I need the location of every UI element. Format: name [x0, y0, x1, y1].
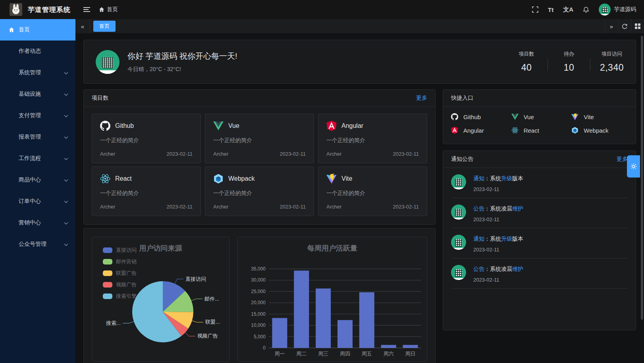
sidebar-item-5[interactable]: 报表管理: [0, 126, 75, 148]
vue-icon: [511, 113, 519, 120]
project-desc: 一个正经的简介: [213, 190, 306, 197]
project-desc: 一个正经的简介: [100, 137, 193, 144]
stats-row: 项目数 40待办 10项目访问 2,340: [515, 50, 624, 73]
stat-divider: [590, 59, 590, 71]
shortcut-angular[interactable]: Angular: [451, 127, 507, 134]
home-icon: [9, 27, 14, 33]
angular-icon: [326, 121, 337, 131]
project-date: 2023-02-11: [166, 151, 193, 157]
locale-icon[interactable]: 文A: [563, 6, 573, 14]
legend-swatch: [103, 270, 112, 276]
stat-value: 10: [557, 62, 580, 73]
notice-item-2[interactable]: 通知：系统升级版本 2023-02-11: [451, 228, 628, 259]
sidebar-item-1[interactable]: 作者动态: [0, 41, 75, 62]
project-card-github[interactable]: Github 一个正经的简介 Archer 2023-02-11: [92, 114, 201, 163]
sidebar-item-6[interactable]: 工作流程: [0, 148, 75, 169]
notice-avatar: [451, 205, 466, 220]
shortcut-react[interactable]: React: [511, 127, 568, 134]
svg-text:15,000: 15,000: [251, 311, 266, 317]
stat-label: 项目数: [515, 50, 538, 58]
sidebar-item-label: 商品中心: [19, 176, 41, 183]
svg-text:周日: 周日: [405, 351, 416, 357]
svg-text:35,000: 35,000: [251, 266, 266, 272]
project-card-vite[interactable]: Vite 一个正经的简介 Archer 2023-02-11: [318, 166, 427, 216]
stat-label: 项目访问: [600, 50, 624, 58]
project-author: Archer: [213, 204, 228, 210]
project-author: Archer: [326, 204, 341, 210]
svg-text:20,000: 20,000: [251, 300, 266, 305]
project-card-vue[interactable]: Vue 一个正经的简介 Archer 2023-02-11: [205, 114, 314, 163]
sidebar-item-8[interactable]: 订单中心: [0, 191, 75, 212]
notices-more-link[interactable]: 更多: [617, 156, 628, 163]
sidebar-item-4[interactable]: 支付管理: [0, 105, 75, 126]
shortcut-label: Vite: [584, 114, 594, 120]
username: 芋道源码: [614, 6, 636, 13]
project-card-angular[interactable]: Angular 一个正经的简介 Archer 2023-02-11: [318, 114, 427, 163]
vue-icon: [511, 113, 519, 120]
fullscreen-icon[interactable]: [532, 6, 538, 13]
refresh-icon[interactable]: [618, 19, 631, 33]
notice-item-3[interactable]: 公告：系统凌晨维护 2023-02-11: [451, 259, 628, 289]
project-author: Archer: [326, 151, 341, 157]
sidebar-item-9[interactable]: 营销中心: [0, 212, 75, 234]
chevron-down-icon: [64, 155, 68, 162]
stat-0: 项目数 40: [515, 50, 538, 73]
tabbar: « 首页 »: [75, 19, 644, 34]
sidebar-item-10[interactable]: 公众号管理: [0, 234, 75, 255]
sidebar-item-3[interactable]: 基础设施: [0, 83, 75, 105]
breadcrumb-label: 首页: [107, 6, 118, 13]
shortcuts-card: 快捷入口 Github Vue Vite Angular React Webpa…: [443, 89, 636, 144]
legend-item-直接访问[interactable]: 直接访问: [103, 247, 137, 254]
projects-more-link[interactable]: 更多: [416, 95, 427, 102]
github-icon: [451, 113, 458, 120]
breadcrumb[interactable]: 首页: [99, 6, 118, 13]
bar-chart-svg: 05,00010,00015,00020,00025,00030,00035,0…: [238, 237, 424, 361]
bell-icon[interactable]: [583, 6, 589, 13]
sidebar-item-label: 报表管理: [19, 133, 41, 141]
expand-right-icon[interactable]: »: [605, 19, 618, 33]
chevron-down-icon: [64, 134, 68, 140]
stat-1: 待办 10: [557, 50, 580, 73]
chevron-down-icon: [64, 220, 68, 226]
collapse-left-icon[interactable]: «: [75, 19, 90, 33]
sidebar-item-2[interactable]: 系统管理: [0, 62, 75, 83]
shortcut-github[interactable]: Github: [451, 113, 507, 120]
font-size-icon[interactable]: Tt: [548, 6, 553, 13]
sidebar-item-0[interactable]: 首页: [0, 19, 75, 41]
pie-legend: 直接访问 邮件营销 联盟广告 视频广告 搜索引擎: [103, 247, 137, 304]
shortcut-vue[interactable]: Vue: [511, 113, 568, 120]
chevron-down-icon: [64, 70, 68, 76]
vite-icon: [571, 113, 578, 120]
svg-text:搜索...: 搜索...: [106, 320, 121, 326]
project-card-react[interactable]: React 一个正经的简介 Archer 2023-02-11: [92, 166, 201, 216]
svg-text:周一: 周一: [274, 351, 285, 357]
legend-item-视频广告[interactable]: 视频广告: [103, 281, 137, 288]
settings-fab[interactable]: [627, 155, 640, 178]
project-name: Webpack: [228, 175, 255, 182]
project-card-webpack[interactable]: Webpack 一个正经的简介 Archer 2023-02-11: [205, 166, 314, 216]
notice-title: 通知：系统升级版本: [473, 236, 523, 243]
menu-icon[interactable]: [83, 7, 90, 12]
grid-icon[interactable]: [631, 19, 644, 33]
notice-avatar: [451, 265, 466, 280]
top-header: 芋道管理系统 首页 Tt 文A 芋道源码: [0, 0, 644, 19]
scrollbar-thumb[interactable]: [641, 36, 643, 320]
sidebar-item-7[interactable]: 商品中心: [0, 169, 75, 191]
shortcut-webpack[interactable]: Webpack: [571, 127, 628, 134]
chevron-down-icon: [64, 198, 68, 205]
notice-item-1[interactable]: 公告：系统凌晨维护 2023-02-11: [451, 198, 628, 228]
shortcut-vite[interactable]: Vite: [571, 113, 628, 120]
legend-label: 邮件营销: [116, 258, 137, 265]
notice-item-0[interactable]: 通知：系统升级版本 2023-02-11: [451, 168, 628, 198]
tab-home[interactable]: 首页: [93, 21, 116, 32]
user-menu[interactable]: 芋道源码: [599, 4, 636, 15]
stat-2: 项目访问 2,340: [600, 50, 624, 73]
legend-item-邮件营销[interactable]: 邮件营销: [103, 258, 137, 265]
project-date: 2023-02-11: [393, 151, 419, 157]
notices-card: 通知公告 更多 通知：系统升级版本 2023-02-11 公告：系统凌晨维护 2…: [443, 151, 636, 330]
legend-item-联盟广告[interactable]: 联盟广告: [103, 270, 137, 277]
legend-swatch: [103, 247, 112, 253]
bar-chart-title: 每周用户活跃量: [238, 243, 427, 253]
vue-icon: [213, 121, 224, 131]
legend-item-搜索引擎[interactable]: 搜索引擎: [103, 293, 137, 300]
